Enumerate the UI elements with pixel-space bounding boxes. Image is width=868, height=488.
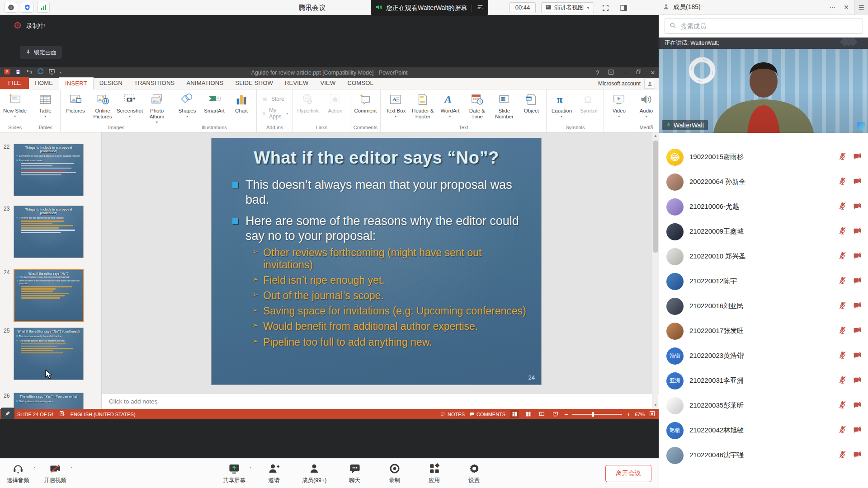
toolbar-应用[interactable]: 应用 <box>423 462 446 484</box>
watching-banner[interactable]: 您正在观看WalterWalt的屏幕 <box>371 0 488 16</box>
mic-off-icon[interactable] <box>838 202 847 212</box>
language-label[interactable]: ENGLISH (UNITED STATES) <box>71 412 136 417</box>
toolbar-共享屏幕[interactable]: 共享屏幕⌃ <box>222 462 246 484</box>
zoom-slider-thumb[interactable] <box>592 412 594 417</box>
mic-off-icon[interactable] <box>838 177 847 187</box>
minimize-icon[interactable]: ─ <box>623 70 627 76</box>
camera-off-icon[interactable] <box>853 301 862 311</box>
tab-file[interactable]: FILE <box>0 77 29 89</box>
ribbon-button-comment[interactable]: Comment <box>352 91 378 114</box>
zoom-level[interactable]: 67% <box>635 412 645 417</box>
ribbon-button-audio[interactable]: Audio▾ <box>633 91 659 118</box>
member-row[interactable]: 旭敏210220042林旭敏 <box>659 418 868 443</box>
scrollbar-thumb[interactable] <box>653 141 658 253</box>
scroll-down-arrow[interactable]: ▼ <box>652 402 659 408</box>
camera-off-icon[interactable] <box>853 152 862 162</box>
ribbon-button-wordart[interactable]: AWordArt▾ <box>437 91 463 118</box>
mic-off-icon[interactable] <box>838 251 847 262</box>
camera-off-icon[interactable] <box>853 375 862 386</box>
ribbon-button-store[interactable]: Store <box>261 95 284 103</box>
leave-meeting-button[interactable]: 离开会议 <box>605 465 651 482</box>
ribbon-button-screenshot[interactable]: Screenshot▾ <box>117 91 143 118</box>
toolbar-聊天[interactable]: 聊天 <box>343 462 367 484</box>
ribbon-button-online-pictures[interactable]: Online Pictures <box>90 91 116 120</box>
slide-sorter-view-button[interactable] <box>524 410 533 418</box>
microsoft-account[interactable]: Microsoft account <box>598 78 641 89</box>
scroll-up-arrow[interactable]: ▲ <box>652 133 659 139</box>
ribbon-button-text-box[interactable]: AText Box▾ <box>382 91 409 118</box>
banner-menu-icon[interactable] <box>476 4 484 13</box>
ribbon-button-table[interactable]: Table▾ <box>32 91 58 118</box>
member-row[interactable]: 210210006-尤越 <box>659 194 868 219</box>
toolbar-设置[interactable]: 设置 <box>462 462 486 484</box>
mic-off-icon[interactable] <box>838 450 847 460</box>
member-row[interactable]: 😂190220015谢雨杉 <box>659 145 868 169</box>
fit-slide-icon[interactable] <box>649 411 655 418</box>
zoom-out-button[interactable]: − <box>564 411 568 418</box>
tab-insert[interactable]: INSERT <box>59 77 94 89</box>
panel-menu-icon[interactable]: ☰ <box>854 0 868 15</box>
close-panel-icon[interactable]: ✕ <box>844 4 849 11</box>
slide-thumbnail-23[interactable]: Things to include in a proposal (continu… <box>14 206 84 258</box>
mic-off-icon[interactable] <box>838 326 847 336</box>
camera-off-icon[interactable] <box>853 251 862 262</box>
collapse-ribbon-icon[interactable] <box>649 122 654 130</box>
network-signal-icon[interactable] <box>37 2 50 13</box>
mic-off-icon[interactable] <box>838 276 847 286</box>
member-row[interactable]: 210220017张发旺 <box>659 319 868 343</box>
toolbar-成员-99[interactable]: 成员(99+) <box>302 462 327 484</box>
mic-off-icon[interactable] <box>838 152 847 162</box>
slide-thumbnail-22[interactable]: Things to include in a proposal (continu… <box>14 144 84 196</box>
tab-view[interactable]: VIEW <box>314 77 341 89</box>
member-row[interactable]: 200220064 孙新全 <box>659 169 868 194</box>
speaker-video[interactable]: WalterWalt <box>659 49 868 133</box>
tab-animations[interactable]: ANIMATIONS <box>180 77 229 89</box>
camera-off-icon[interactable] <box>853 202 862 212</box>
normal-view-button[interactable] <box>510 410 519 418</box>
ribbon-button-header-footer[interactable]: Header & Footer <box>410 91 436 120</box>
camera-off-icon[interactable] <box>853 276 862 286</box>
camera-off-icon[interactable] <box>853 226 862 237</box>
ribbon-button-smartart[interactable]: SmartArt <box>201 91 227 114</box>
mic-off-icon[interactable] <box>838 425 847 436</box>
account-avatar-icon[interactable] <box>644 79 655 89</box>
toolbar-邀请[interactable]: 邀请 <box>262 462 286 484</box>
start-slideshow-icon[interactable] <box>48 68 55 77</box>
search-input[interactable] <box>680 22 858 30</box>
member-row[interactable]: 210220046沈宇强 <box>659 443 868 468</box>
close-icon[interactable]: ✕ <box>651 70 655 76</box>
ribbon-button-action[interactable]: Action <box>322 91 348 114</box>
camera-off-icon[interactable] <box>853 177 862 187</box>
notes-toggle[interactable]: NOTES <box>440 412 465 417</box>
member-row[interactable]: 210220010 郑兴圣 <box>659 244 868 269</box>
camera-off-icon[interactable] <box>853 326 862 336</box>
tab-transitions[interactable]: TRANSITIONS <box>128 77 181 89</box>
tab-comsol[interactable]: COMSOL <box>341 77 379 89</box>
notes-pane[interactable]: Click to add notes <box>102 393 659 409</box>
ribbon-button-video[interactable]: Video▾ <box>606 91 632 118</box>
zoom-slider[interactable] <box>572 414 622 415</box>
member-row[interactable]: 210220035彭莱昕 <box>659 393 868 418</box>
thumbnail-scrollbar[interactable]: ▲ ▼ <box>652 132 658 409</box>
camera-off-icon[interactable] <box>853 351 862 361</box>
ribbon-button-object[interactable]: Object <box>518 91 544 114</box>
sidebar-toggle-icon[interactable] <box>618 2 629 13</box>
ribbon-button-symbol[interactable]: ΩSymbol <box>576 91 602 114</box>
ribbon-button-chart[interactable]: Chart <box>228 91 255 114</box>
toolbar-选择音频[interactable]: 选择音频⌃ <box>6 462 30 484</box>
ribbon-button-equation[interactable]: πEquation▾ <box>548 91 575 118</box>
layout-switch-icon[interactable] <box>599 2 611 13</box>
security-shield-icon[interactable] <box>21 2 33 13</box>
qat-dropdown-icon[interactable]: ▾ <box>60 70 61 75</box>
toolbar-开启视频[interactable]: 开启视频⌃ <box>43 462 67 484</box>
spellcheck-icon[interactable] <box>59 411 65 418</box>
camera-off-icon[interactable] <box>853 450 862 460</box>
chevron-up-icon[interactable]: ⌃ <box>249 467 252 471</box>
slideshow-view-button[interactable] <box>551 410 560 418</box>
ribbon-button-new-slide[interactable]: New Slide▾ <box>2 91 28 118</box>
chevron-up-icon[interactable]: ⌃ <box>70 467 73 471</box>
tab-design[interactable]: DESIGN <box>94 77 128 89</box>
member-search-box[interactable] <box>665 19 863 34</box>
tab-slide-show[interactable]: SLIDE SHOW <box>229 77 279 89</box>
ribbon-display-icon[interactable] <box>608 69 614 76</box>
